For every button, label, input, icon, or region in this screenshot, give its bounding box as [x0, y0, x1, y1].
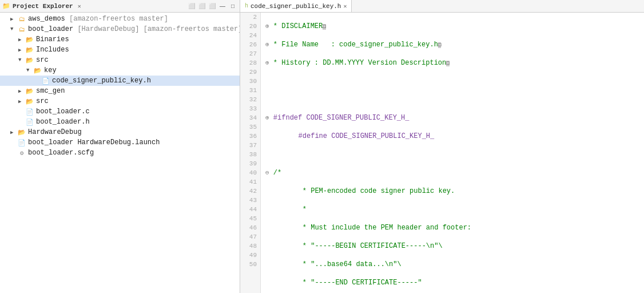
arrow-src-top: ▼	[18, 57, 25, 63]
file-icon-launch: 📄	[17, 138, 26, 147]
panel-title: 📁 Project Explorer ✕	[2, 2, 81, 10]
code-line-27	[265, 95, 639, 104]
code-line-35: * "-----BEGIN CERTIFICATE-----\n"\	[265, 241, 639, 251]
code-content: ⊕ * DISCLAIMER□ ⊕ * File Name : code_sig…	[261, 13, 644, 293]
tree-item-hardware-debug[interactable]: ▶ 📂 HardwareDebug	[0, 127, 240, 137]
folder-icon-smc-gen: 📂	[25, 86, 34, 96]
tab-label: code_signer_public_key.h	[251, 3, 341, 10]
arrow-src-inner: ▶	[18, 98, 25, 105]
includes-label: Includes	[36, 46, 69, 54]
arrow-binaries: ▶	[18, 37, 25, 43]
hardware-debug-label: HardwareDebug	[28, 128, 82, 136]
tree-item-binaries[interactable]: ▶ 📂 Binaries	[0, 34, 240, 45]
tree-item-code-signer[interactable]: 📄 code_signer_public_key.h	[0, 76, 240, 86]
main-layout: 📁 Project Explorer ✕ ⬜ ⬜ ⬜ — □ ▶ 🗂 aws_d…	[0, 0, 644, 293]
smc-gen-label: smc_gen	[36, 87, 65, 95]
scfg-label: boot_loader.scfg	[28, 149, 94, 157]
line-numbers: 2 20 24 26 27 28 29 30 31 32 33 34 35 36…	[240, 13, 261, 293]
key-label: key	[44, 66, 57, 74]
code-line-37: * "-----END CERTIFICATE-----"	[265, 278, 639, 287]
launch-label: boot_loader HardwareDebug.launch	[28, 138, 160, 146]
editor-tab-bar: h code_signer_public_key.h ✕	[240, 0, 644, 13]
arrow-key: ▼	[26, 68, 33, 73]
tree-item-aws-demos[interactable]: ▶ 🗂 aws_demos [amazon-freertos master]	[0, 14, 240, 24]
src-inner-label: src	[36, 97, 49, 105]
boot-loader-c-label: boot_loader.c	[36, 108, 90, 116]
folder-icon-src-inner: 📂	[25, 97, 34, 106]
minimize-button[interactable]: —	[218, 2, 227, 11]
boot-loader-label: boot_loader [HardwareDebug] [amazon-free…	[28, 25, 240, 33]
right-panel: h code_signer_public_key.h ✕ 2 20 24 26 …	[240, 0, 644, 293]
tree-item-key[interactable]: ▼ 📂 key	[0, 65, 240, 76]
file-icon-scfg: ⚙	[17, 148, 26, 157]
code-line-24: ⊕ * History : DD.MM.YYYY Version Descrip…	[265, 58, 639, 68]
folder-icon-binaries: 📂	[25, 35, 34, 44]
code-area[interactable]: 2 20 24 26 27 28 29 30 31 32 33 34 35 36…	[240, 13, 644, 293]
project-icon-aws: 🗂	[17, 14, 26, 23]
link-editor-button[interactable]: ⬜	[197, 2, 206, 11]
file-icon-boot-loader-c: 📄	[25, 107, 34, 116]
code-line-33: *	[265, 205, 639, 214]
code-line-30	[265, 150, 639, 159]
folder-icon-hardware-debug: 📂	[17, 128, 26, 137]
tab-file-icon: h	[245, 3, 248, 9]
project-icon-boot: 🗂	[17, 25, 26, 34]
maximize-button[interactable]: □	[228, 2, 237, 11]
code-line-36: * "...base64 data...\n"\	[265, 260, 639, 269]
binaries-label: Binaries	[36, 35, 69, 43]
file-icon-boot-loader-h: 📄	[25, 117, 34, 126]
left-panel: 📁 Project Explorer ✕ ⬜ ⬜ ⬜ — □ ▶ 🗂 aws_d…	[0, 0, 240, 293]
tree-item-includes[interactable]: ▶ 📂 Includes	[0, 45, 240, 55]
code-line-28: ⊕ #ifndef CODE_SIGNER_PUBLIC_KEY_H_	[265, 113, 639, 122]
code-signer-label: code_signer_public_key.h	[52, 77, 151, 85]
arrow-includes: ▶	[18, 47, 25, 53]
tree-item-scfg[interactable]: ⚙ boot_loader.scfg	[0, 148, 240, 158]
tab-close-button[interactable]: ✕	[343, 3, 347, 10]
arrow-aws-demos: ▶	[10, 16, 17, 22]
tree-item-smc-gen[interactable]: ▶ 📂 smc_gen	[0, 86, 240, 96]
view-menu-button[interactable]: ⬜	[208, 2, 217, 11]
code-line-34: * Must include the PEM header and footer…	[265, 223, 639, 232]
collapse-all-button[interactable]: ⬜	[187, 2, 196, 11]
arrow-smc-gen: ▶	[18, 88, 25, 94]
panel-close-x[interactable]: ✕	[78, 3, 81, 10]
arrow-boot-loader: ▼	[10, 26, 17, 32]
arrow-hardware-debug: ▶	[10, 129, 17, 136]
editor-tab-code-signer[interactable]: h code_signer_public_key.h ✕	[240, 0, 352, 12]
tree-item-boot-loader-c[interactable]: 📄 boot_loader.c	[0, 106, 240, 117]
src-top-label: src	[36, 56, 49, 64]
tree-item-launch[interactable]: 📄 boot_loader HardwareDebug.launch	[0, 137, 240, 148]
tree-item-boot-loader-h[interactable]: 📄 boot_loader.h	[0, 117, 240, 127]
panel-title-text: Project Explorer	[13, 3, 73, 10]
tree-item-src-inner[interactable]: ▶ 📂 src	[0, 96, 240, 106]
panel-toolbar: ⬜ ⬜ ⬜ — □	[187, 2, 237, 11]
tree-item-boot-loader[interactable]: ▼ 🗂 boot_loader [HardwareDebug] [amazon-…	[0, 24, 240, 34]
tree-item-src-top[interactable]: ▼ 📂 src	[0, 55, 240, 65]
code-line-31: ⊖ /*	[265, 168, 639, 177]
project-explorer-header: 📁 Project Explorer ✕ ⬜ ⬜ ⬜ — □	[0, 0, 240, 13]
code-line-20: ⊕ * File Name : code_signer_public_key.h…	[265, 40, 639, 49]
project-icon: 📁	[2, 2, 10, 10]
code-line-2: ⊕ * DISCLAIMER□	[265, 22, 639, 31]
file-icon-code-signer: 📄	[41, 76, 50, 85]
code-line-29: #define CODE_SIGNER_PUBLIC_KEY_H_	[265, 132, 639, 141]
code-line-32: * PEM-encoded code signer public key.	[265, 187, 639, 196]
project-tree: ▶ 🗂 aws_demos [amazon-freertos master] ▼…	[0, 13, 240, 293]
folder-icon-includes: 📂	[25, 45, 34, 54]
folder-icon-key: 📂	[33, 66, 42, 75]
code-line-26	[265, 77, 639, 86]
aws-demos-label: aws_demos [amazon-freertos master]	[28, 15, 168, 23]
boot-loader-h-label: boot_loader.h	[36, 118, 90, 126]
folder-icon-src-top: 📂	[25, 56, 34, 65]
